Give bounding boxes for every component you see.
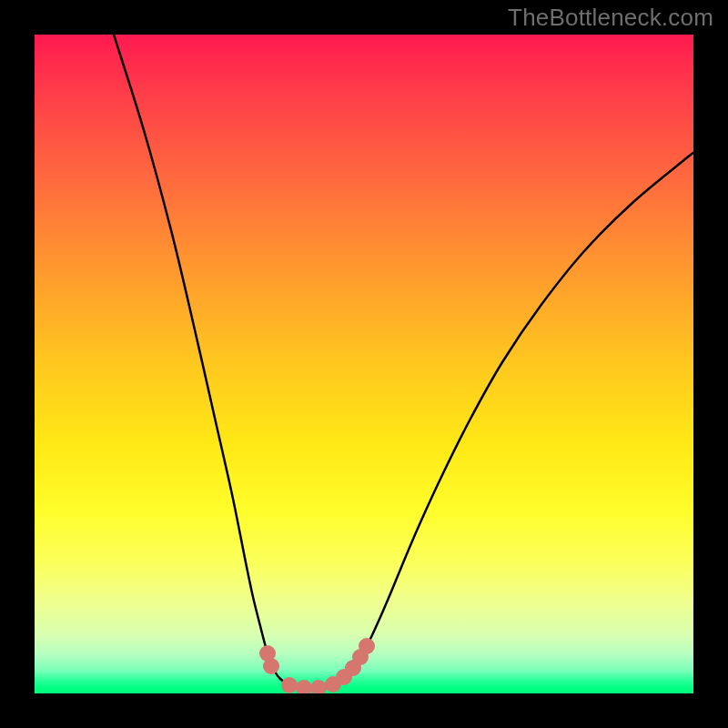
highlight-point [263,658,279,674]
highlight-markers [259,638,375,693]
chart-frame: TheBottleneck.com [0,0,728,728]
plot-area [35,35,693,693]
highlight-point [296,680,312,693]
watermark-text: TheBottleneck.com [508,4,713,32]
chart-svg [35,35,693,693]
highlight-point [359,638,375,654]
bottleneck-curve [114,35,693,689]
highlight-point [281,677,298,693]
highlight-point [310,680,327,693]
